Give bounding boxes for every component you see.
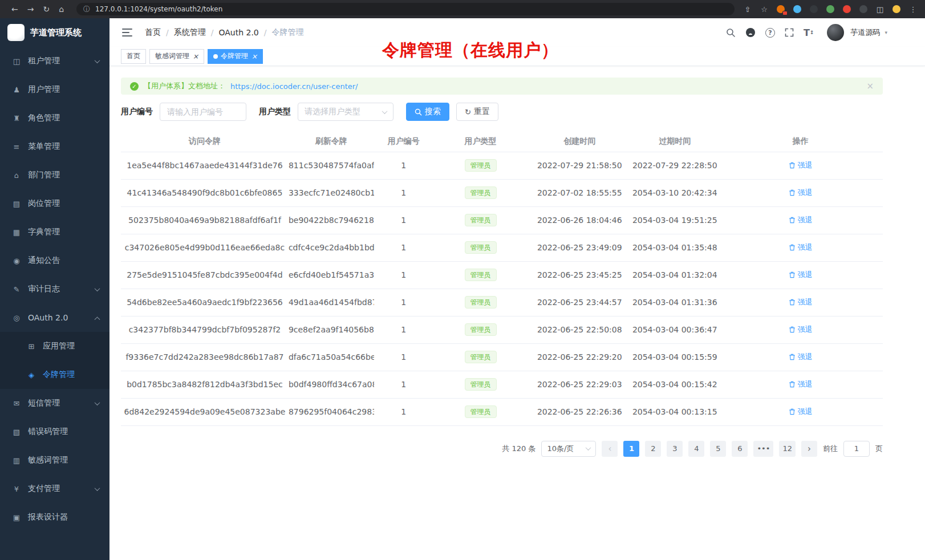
goto-page-input[interactable]	[843, 441, 870, 457]
site-info-icon[interactable]: ⓘ	[83, 5, 90, 14]
view-tab-label: 敏感词管理	[155, 51, 189, 61]
search-button[interactable]: 搜索	[406, 103, 449, 121]
user-type-label: 用户类型	[259, 107, 291, 117]
sidebar: 芋道管理系统 ◫ 租户管理 ♟ 用户管理 ♜ 角色管理	[0, 18, 109, 560]
force-logout-button[interactable]: 强退	[789, 160, 813, 171]
sidebar-item-pay[interactable]: ¥ 支付管理	[0, 474, 109, 503]
user-avatar[interactable]	[827, 24, 844, 41]
alert-close-icon[interactable]: ×	[866, 81, 874, 91]
sidebar-item-report-designer[interactable]: ▣ 报表设计器	[0, 503, 109, 531]
menu-item-icon: ⊞	[26, 342, 36, 351]
doc-link[interactable]: https://doc.iocoder.cn/user-center/	[230, 82, 358, 91]
reset-button[interactable]: ↻ 重置	[456, 103, 498, 121]
extension-icon-black[interactable]	[809, 4, 819, 14]
reload-icon[interactable]: ↻	[43, 5, 50, 14]
sidebar-item-sms[interactable]: ✉ 短信管理	[0, 389, 109, 417]
delete-icon	[789, 381, 796, 388]
page-button[interactable]: 2	[645, 441, 661, 457]
sidebar-item-oauth2-token[interactable]: ◈ 令牌管理	[0, 360, 109, 389]
sidebar-item-dict[interactable]: ▦ 字典管理	[0, 218, 109, 246]
breadcrumb-separator: /	[264, 28, 267, 37]
sidebar-item-dept[interactable]: ⌂ 部门管理	[0, 161, 109, 189]
sidebar-item-sensitive-word[interactable]: ▥ 敏感词管理	[0, 446, 109, 474]
close-tab-icon[interactable]: ×	[251, 53, 257, 60]
sidebar-item-oauth2-app[interactable]: ⊞ 应用管理	[0, 332, 109, 360]
user-type-tag: 管理员	[465, 159, 497, 172]
page-button[interactable]: 4	[688, 441, 704, 457]
collapse-sidebar-icon[interactable]	[122, 29, 132, 36]
sidebar-item-notice[interactable]: ◉ 通知公告	[0, 246, 109, 275]
menu-item-icon: ▧	[11, 428, 22, 436]
font-size-icon[interactable]: T↕	[804, 27, 814, 38]
table-row: 6d842e2924594de9a09e45e087323abe 8796295…	[121, 398, 883, 425]
app-logo[interactable]: 芋道管理系统	[0, 18, 109, 47]
breadcrumb-item[interactable]: 令牌管理	[271, 27, 303, 38]
fullscreen-icon[interactable]	[785, 28, 794, 37]
sidebar-item-post[interactable]: ▤ 岗位管理	[0, 189, 109, 218]
bookmark-star-icon[interactable]: ☆	[759, 4, 769, 14]
menu-item-label: 短信管理	[28, 398, 60, 408]
force-logout-button[interactable]: 强退	[789, 324, 813, 335]
extension-icon-orange[interactable]	[776, 4, 786, 14]
expire-time-cell: 2054-03-04 19:51:25	[631, 206, 718, 234]
sidebar-item-tenant[interactable]: ◫ 租户管理	[0, 47, 109, 75]
view-tab[interactable]: 敏感词管理 ×	[149, 49, 204, 64]
page-button[interactable]: •••	[753, 441, 773, 457]
url-bar[interactable]: ⓘ 127.0.0.1:1024/system/oauth2/token	[76, 3, 735, 15]
force-logout-button[interactable]: 强退	[789, 297, 813, 307]
split-view-icon[interactable]: ◫	[875, 4, 885, 14]
breadcrumb-item[interactable]: 首页	[145, 27, 161, 38]
sidebar-item-menu[interactable]: ≡ 菜单管理	[0, 132, 109, 161]
share-icon[interactable]: ⇧	[743, 4, 753, 14]
sidebar-item-audit-log[interactable]: ✎ 审计日志	[0, 275, 109, 303]
help-icon[interactable]: ?	[765, 28, 775, 38]
forward-icon[interactable]: →	[27, 5, 34, 14]
username[interactable]: 芋道源码	[850, 27, 880, 38]
user-type-tag: 管理员	[465, 269, 497, 281]
force-logout-button[interactable]: 强退	[789, 379, 813, 389]
user-menu-caret-icon[interactable]: ▾	[885, 30, 887, 35]
user-type-select[interactable]: 请选择用户类型	[298, 103, 393, 121]
force-logout-button[interactable]: 强退	[789, 188, 813, 198]
user-id-input[interactable]	[160, 103, 246, 121]
page-button[interactable]: 3	[667, 441, 683, 457]
back-icon[interactable]: ←	[11, 5, 18, 14]
sidebar-item-oauth2[interactable]: ◎ OAuth 2.0	[0, 303, 109, 332]
page-button[interactable]: 6	[732, 441, 748, 457]
refresh-token-cell: 8796295f04064c2983414cc54af1097a	[289, 398, 374, 425]
view-tab[interactable]: 首页	[121, 49, 146, 64]
force-logout-button[interactable]: 强退	[789, 242, 813, 253]
goto-label: 前往	[823, 444, 838, 454]
page-button[interactable]: 12	[779, 441, 796, 457]
force-logout-button[interactable]: 强退	[789, 270, 813, 280]
actions-cell: 强退	[718, 316, 883, 343]
view-tab[interactable]: 令牌管理 ×	[208, 49, 263, 64]
sidebar-item-error-code[interactable]: ▧ 错误码管理	[0, 417, 109, 446]
search-icon[interactable]	[726, 28, 736, 38]
created-time-cell: 2022-06-25 22:50:08	[528, 316, 631, 343]
icon-dot	[859, 5, 867, 13]
sidebar-item-role[interactable]: ♜ 角色管理	[0, 104, 109, 132]
page-button[interactable]: 1	[623, 441, 639, 457]
more-menu-icon[interactable]: ⋮	[908, 4, 918, 14]
close-tab-icon[interactable]: ×	[193, 53, 198, 60]
extension-icon-red[interactable]	[842, 4, 852, 14]
breadcrumb-item[interactable]: 系统管理	[174, 27, 206, 38]
force-logout-button[interactable]: 强退	[789, 407, 813, 417]
created-time-cell: 2022-06-25 23:45:25	[528, 261, 631, 289]
page-size-select[interactable]: 10条/页	[541, 441, 596, 457]
extension-icon-green[interactable]	[825, 4, 835, 14]
extension-icon-dark[interactable]	[858, 4, 869, 14]
extension-icon-blue[interactable]	[792, 4, 802, 14]
github-icon[interactable]	[745, 27, 756, 38]
home-icon[interactable]: ⌂	[59, 5, 64, 14]
next-page-button[interactable]: ›	[801, 441, 817, 457]
force-logout-button[interactable]: 强退	[789, 352, 813, 362]
page-button[interactable]: 5	[710, 441, 726, 457]
table-header-row: 访问令牌刷新令牌用户编号用户类型创建时间过期时间操作	[121, 131, 883, 152]
force-logout-button[interactable]: 强退	[789, 215, 813, 225]
sidebar-item-user[interactable]: ♟ 用户管理	[0, 75, 109, 104]
breadcrumb-item[interactable]: OAuth 2.0	[218, 28, 258, 37]
prev-page-button[interactable]: ‹	[602, 441, 618, 457]
profile-avatar[interactable]	[891, 4, 902, 14]
